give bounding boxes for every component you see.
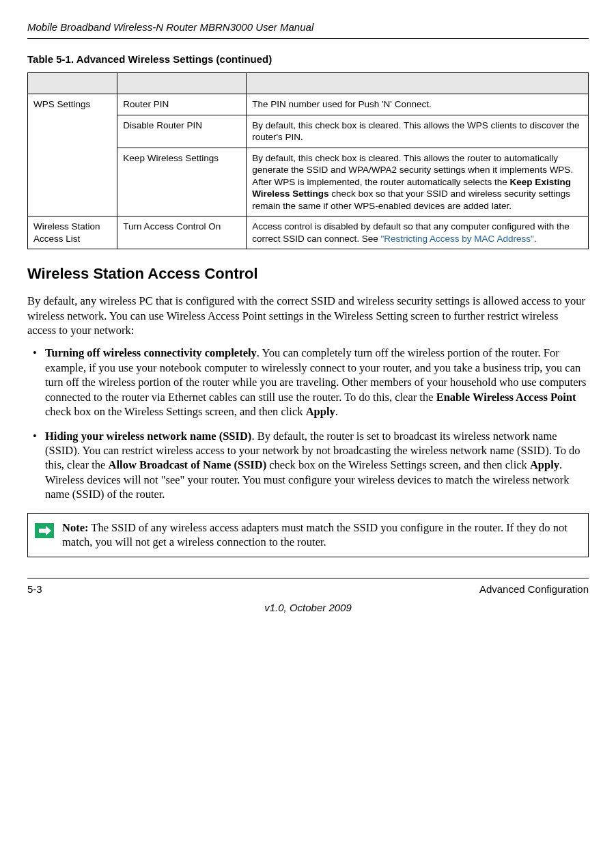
footer-section: Advanced Configuration (479, 583, 589, 596)
intro-paragraph: By default, any wireless PC that is conf… (27, 294, 589, 337)
cell-desc: Access control is disabled by default so… (247, 217, 589, 249)
bullet-title: Hiding your wireless network name (SSID) (45, 430, 251, 443)
section-heading: Wireless Station Access Control (27, 264, 589, 284)
arrow-icon (35, 523, 54, 542)
list-item: Hiding your wireless network name (SSID)… (27, 429, 589, 502)
bullet-title: Turning off wireless connectivity comple… (45, 346, 257, 359)
footer-version: v1.0, October 2009 (27, 601, 589, 615)
list-item: Turning off wireless connectivity comple… (27, 346, 589, 419)
table-caption: Table 5-1. Advanced Wireless Settings (c… (27, 53, 589, 66)
cell-desc: By default, this check box is cleared. T… (247, 115, 589, 148)
settings-table: WPS Settings Router PIN The PIN number u… (27, 72, 589, 249)
table-header-cell (28, 73, 117, 94)
cell-setting: Keep Wireless Settings (117, 148, 247, 217)
note-box: Note: The SSID of any wireless access ad… (27, 513, 589, 557)
cell-desc: By default, this check box is cleared. T… (247, 148, 589, 217)
header-rule (27, 38, 589, 39)
cell-desc: The PIN number used for Push 'N' Connect… (247, 94, 589, 115)
bullet-text: check box on the Wireless Settings scree… (266, 458, 530, 471)
bullet-text: check box on the Wireless Settings scree… (45, 405, 306, 418)
bullet-list: Turning off wireless connectivity comple… (27, 346, 589, 501)
cell-group: Wireless Station Access List (28, 217, 117, 249)
note-text: Note: The SSID of any wireless access ad… (62, 520, 581, 550)
page-footer: 5-3 Advanced Configuration v1.0, October… (27, 578, 589, 615)
bullet-bold: Enable Wireless Access Point (436, 391, 576, 404)
table-row: WPS Settings Router PIN The PIN number u… (28, 94, 589, 115)
page-number: 5-3 (27, 583, 42, 596)
cell-setting: Turn Access Control On (117, 217, 247, 249)
cell-setting: Disable Router PIN (117, 115, 247, 148)
table-header-cell (117, 73, 247, 94)
bullet-text: . (335, 405, 338, 418)
cell-setting: Router PIN (117, 94, 247, 115)
note-label: Note: (62, 521, 88, 534)
table-header-row (28, 73, 589, 94)
bullet-bold: Allow Broadcast of Name (SSID) (109, 458, 267, 471)
table-row: Wireless Station Access List Turn Access… (28, 217, 589, 249)
footer-rule (27, 578, 589, 578)
table-header-cell (247, 73, 589, 94)
cell-desc-text: . (534, 234, 537, 244)
cross-ref-link[interactable]: "Restricting Access by MAC Address" (381, 234, 534, 244)
doc-header-title: Mobile Broadband Wireless-N Router MBRN3… (27, 20, 589, 34)
bullet-bold: Apply (530, 458, 559, 471)
bullet-bold: Apply (306, 405, 335, 418)
cell-group: WPS Settings (28, 94, 117, 217)
note-body: The SSID of any wireless access adapters… (62, 521, 568, 548)
